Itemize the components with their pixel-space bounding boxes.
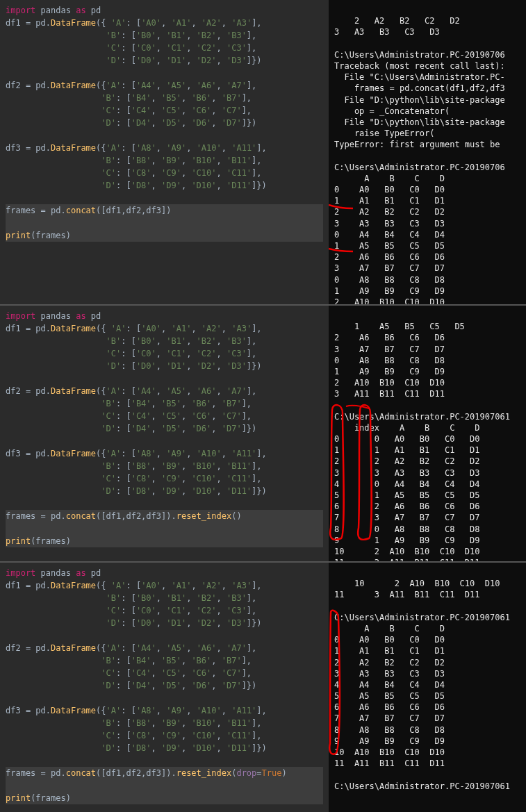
output-2: 1 A5 B5 C5 D5 2 A6 B6 C6 D6 3 A7 B7 C7 D… bbox=[329, 306, 526, 561]
output-1: 2 A2 B2 C2 D2 3 A3 B3 C3 D3 C:\Users\Adm… bbox=[329, 0, 526, 304]
code-editor-3[interactable]: import pandas as pddf1 = pd.DataFrame({ … bbox=[0, 563, 329, 812]
panel-3: import pandas as pddf1 = pd.DataFrame({ … bbox=[0, 563, 526, 812]
output-text-1: 2 A2 B2 C2 D2 3 A3 B3 C3 D3 C:\Users\Adm… bbox=[334, 16, 505, 304]
panel-1: import pandas as pddf1 = pd.DataFrame({ … bbox=[0, 0, 526, 306]
output-text-3: 10 2 A10 B10 C10 D10 11 3 A11 B11 C11 D1… bbox=[334, 579, 510, 790]
panel-2: import pandas as pddf1 = pd.DataFrame({ … bbox=[0, 306, 526, 563]
output-text-2: 1 A5 B5 C5 D5 2 A6 B6 C6 D6 3 A7 B7 C7 D… bbox=[334, 322, 510, 561]
code-editor-2[interactable]: import pandas as pddf1 = pd.DataFrame({ … bbox=[0, 306, 329, 561]
code-editor-1[interactable]: import pandas as pddf1 = pd.DataFrame({ … bbox=[0, 0, 329, 304]
kwarg-drop: drop bbox=[236, 768, 256, 778]
output-3: 10 2 A10 B10 C10 D10 11 3 A11 B11 C11 D1… bbox=[329, 563, 526, 812]
